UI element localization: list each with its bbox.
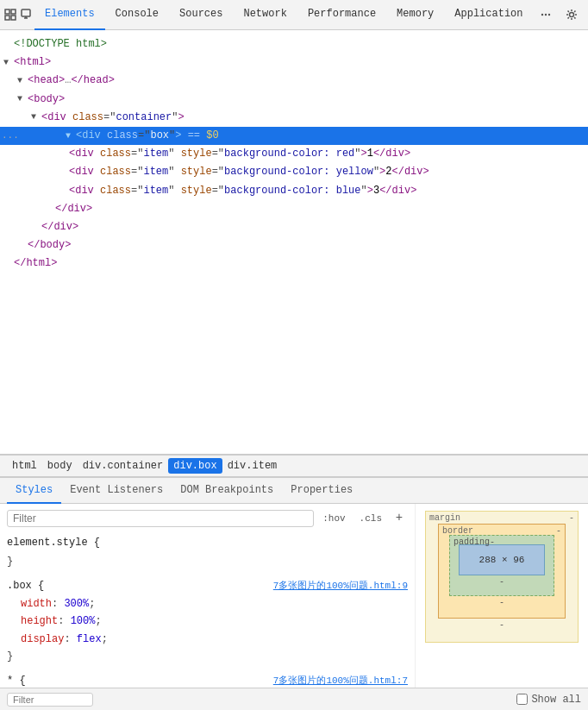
devtools-main: <!DOCTYPE html> <html> <head>…</head> <b…	[0, 30, 588, 710]
content-dimensions: 288 × 96	[479, 555, 525, 565]
dom-line-doctype[interactable]: <!DOCTYPE html>	[0, 35, 588, 53]
dom-line-box[interactable]: ... <div class="box"> == $0	[0, 127, 588, 145]
dom-arrow-body[interactable]	[14, 93, 26, 105]
padding-label: padding-	[454, 537, 495, 547]
device-icon[interactable]	[19, 3, 33, 27]
close-icon[interactable]	[585, 3, 588, 27]
svg-point-7	[544, 14, 546, 16]
svg-rect-1	[11, 9, 16, 14]
svg-point-8	[547, 14, 549, 16]
breadcrumb-container[interactable]: div.container	[78, 458, 169, 474]
settings-icon[interactable]	[560, 3, 584, 27]
hover-button[interactable]: :hov	[317, 509, 350, 529]
svg-rect-0	[5, 9, 9, 14]
dom-arrow-container[interactable]	[28, 111, 40, 123]
dom-dots: ...	[0, 129, 21, 144]
dom-line-body[interactable]: <body>	[0, 91, 588, 109]
bottom-filter-input[interactable]	[7, 693, 93, 707]
inspect-icon[interactable]	[3, 3, 17, 27]
tab-event-listeners[interactable]: Event Listeners	[61, 478, 172, 504]
breadcrumb-bar: html body div.container div.box div.item	[0, 455, 588, 477]
more-tabs-icon[interactable]	[534, 3, 558, 27]
breadcrumb-body[interactable]: body	[42, 458, 78, 474]
source-link-star[interactable]: 7多张图片的100%问题.html:7	[273, 673, 408, 688]
dom-line-item3[interactable]: <div class="item" style="background-colo…	[0, 182, 588, 200]
bottom-filter-bar: Show all	[0, 688, 588, 710]
dom-arrow-head[interactable]	[14, 75, 26, 87]
tab-sources[interactable]: Sources	[169, 0, 233, 30]
box-model-panel: margin - border - padding- 288 ×	[416, 504, 588, 688]
tab-more	[534, 3, 588, 27]
breadcrumb-item[interactable]: div.item	[222, 458, 283, 474]
margin-label: margin	[429, 513, 460, 523]
box-model-diagram: margin - border - padding- 288 ×	[425, 511, 579, 643]
padding-layer: padding- 288 × 96 -	[449, 535, 554, 596]
tab-network[interactable]: Network	[233, 0, 297, 30]
breadcrumb-html[interactable]: html	[7, 458, 42, 474]
dom-line-container[interactable]: <div class="container">	[0, 109, 588, 127]
dom-line-close-body[interactable]: </body>	[0, 236, 588, 254]
tab-dom-breakpoints[interactable]: DOM Breakpoints	[172, 478, 282, 504]
source-link-box[interactable]: 7多张图片的100%问题.html:9	[273, 578, 408, 594]
style-rule-star: * { 7多张图片的100%问题.html:7 margin: 0; paddi…	[7, 672, 408, 688]
border-dash: -	[556, 526, 561, 536]
style-rule-box: .box { 7多张图片的100%问题.html:9 width: 300%; …	[7, 577, 408, 665]
styles-pane: :hov .cls + element.style { } .box { 7多张…	[0, 504, 416, 688]
dom-line-item1[interactable]: <div class="item" style="background-colo…	[0, 145, 588, 163]
panel-content: :hov .cls + element.style { } .box { 7多张…	[0, 504, 588, 688]
show-all-checkbox[interactable]	[516, 694, 528, 705]
bottom-panel: Styles Event Listeners DOM Breakpoints P…	[0, 477, 588, 710]
dom-arrow-box[interactable]	[62, 130, 74, 142]
styles-filter-bar: :hov .cls +	[7, 509, 408, 529]
svg-rect-4	[22, 9, 30, 16]
breadcrumb-box[interactable]: div.box	[168, 458, 222, 474]
dom-line-close-html[interactable]: </html>	[0, 254, 588, 273]
styles-filter-input[interactable]	[7, 510, 314, 527]
border-bottom-dash: -	[449, 598, 554, 607]
dom-panel[interactable]: <!DOCTYPE html> <html> <head>…</head> <b…	[0, 30, 588, 455]
tab-application[interactable]: Application	[444, 0, 533, 30]
tab-console[interactable]: Console	[105, 0, 169, 30]
margin-bottom-dash: -	[438, 620, 566, 630]
show-all-label: Show all	[516, 694, 581, 706]
svg-point-9	[541, 14, 542, 16]
padding-bottom-val: -	[459, 577, 545, 587]
tab-elements[interactable]: Elements	[34, 0, 105, 30]
svg-rect-2	[5, 16, 9, 20]
tab-properties[interactable]: Properties	[282, 478, 361, 504]
add-style-button[interactable]: +	[391, 510, 408, 527]
dom-line-html[interactable]: <html>	[0, 53, 588, 72]
margin-dash: -	[569, 513, 574, 523]
style-rule-element: element.style { }	[7, 534, 408, 571]
tab-performance[interactable]: Performance	[297, 0, 386, 30]
tab-memory[interactable]: Memory	[386, 0, 444, 30]
border-layer: border - padding- 288 × 96 -	[438, 524, 566, 619]
devtools-tab-bar: Elements Console Sources Network Perform…	[0, 0, 588, 30]
svg-point-10	[569, 13, 573, 17]
dom-arrow-html[interactable]	[0, 57, 12, 69]
tab-styles[interactable]: Styles	[7, 478, 61, 504]
panel-tabs: Styles Event Listeners DOM Breakpoints P…	[0, 478, 588, 504]
dom-line-close-container[interactable]: </div>	[0, 218, 588, 236]
dom-line-close-box[interactable]: </div>	[0, 200, 588, 218]
content-box: 288 × 96	[459, 544, 545, 575]
dom-line-head[interactable]: <head>…</head>	[0, 72, 588, 90]
cls-button[interactable]: .cls	[354, 509, 387, 529]
margin-layer: margin - border - padding- 288 ×	[425, 511, 579, 643]
dom-line-item2[interactable]: <div class="item" style="background-colo…	[0, 163, 588, 181]
svg-rect-3	[11, 16, 16, 20]
